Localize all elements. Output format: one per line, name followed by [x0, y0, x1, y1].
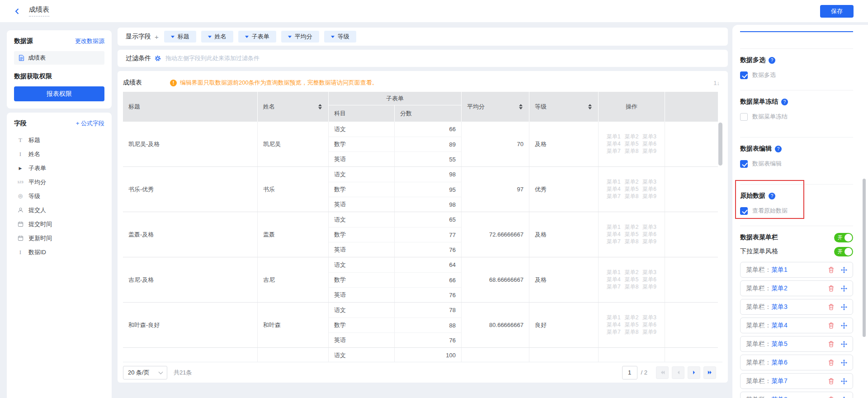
action-menu-link-菜单8[interactable]: 菜单8	[625, 148, 639, 154]
move-icon[interactable]	[841, 341, 847, 347]
save-button[interactable]: 保存	[820, 5, 854, 18]
page-size-select[interactable]: 20 条/页	[123, 366, 167, 379]
action-menu-link-菜单1[interactable]: 菜单1	[607, 179, 621, 185]
action-menu-link-菜单5[interactable]: 菜单5	[625, 322, 639, 328]
action-menu-link-菜单3[interactable]: 菜单3	[642, 224, 656, 230]
prev-page-button[interactable]	[672, 366, 684, 379]
move-icon[interactable]	[841, 285, 847, 292]
action-menu-link-菜单1[interactable]: 菜单1	[607, 134, 621, 140]
action-menu-link-菜单6[interactable]: 菜单6	[642, 232, 656, 237]
checkbox[interactable]	[740, 113, 748, 121]
action-menu-link-菜单7[interactable]: 菜单7	[607, 194, 621, 199]
action-menu-link-菜单7[interactable]: 菜单7	[607, 329, 621, 335]
action-menu-link-菜单8[interactable]: 菜单8	[625, 284, 639, 290]
action-menu-link-菜单5[interactable]: 菜单5	[625, 186, 639, 192]
trash-icon[interactable]	[828, 360, 834, 366]
last-page-button[interactable]	[703, 366, 716, 379]
action-menu-link-菜单6[interactable]: 菜单6	[642, 322, 656, 328]
checkbox[interactable]	[740, 207, 748, 215]
action-menu-link-菜单5[interactable]: 菜单5	[625, 232, 639, 237]
field-item-子表单[interactable]: ▶子表单	[14, 161, 104, 175]
field-item-提交时间[interactable]: 提交时间	[14, 217, 104, 231]
action-menu-link-菜单5[interactable]: 菜单5	[625, 141, 639, 147]
field-item-更新时间[interactable]: 更新时间	[14, 231, 104, 245]
display-field-tag-等级[interactable]: 等级	[324, 31, 356, 43]
row-sort-icon[interactable]: 1↓	[713, 80, 722, 86]
move-icon[interactable]	[841, 378, 847, 384]
trash-icon[interactable]	[828, 267, 834, 273]
change-datasource-link[interactable]: 更改数据源	[75, 37, 104, 45]
display-field-tag-平均分[interactable]: 平均分	[281, 31, 319, 43]
action-menu-link-菜单1[interactable]: 菜单1	[607, 315, 621, 321]
move-icon[interactable]	[841, 397, 847, 398]
page-number-input[interactable]	[622, 366, 637, 379]
menubar-item-link[interactable]: 菜单8	[771, 396, 788, 398]
add-formula-field-link[interactable]: + 公式字段	[76, 119, 104, 128]
menubar-item-link[interactable]: 菜单5	[771, 340, 788, 348]
move-icon[interactable]	[841, 304, 847, 310]
action-menu-link-菜单9[interactable]: 菜单9	[642, 194, 656, 199]
action-menu-link-菜单8[interactable]: 菜单8	[625, 194, 639, 199]
trash-icon[interactable]	[828, 378, 834, 384]
move-icon[interactable]	[841, 322, 847, 329]
table-scrollbar[interactable]	[718, 123, 722, 166]
trash-icon[interactable]	[828, 341, 834, 347]
field-item-姓名[interactable]: I姓名	[14, 147, 104, 161]
action-menu-link-菜单6[interactable]: 菜单6	[642, 186, 656, 192]
action-menu-link-菜单7[interactable]: 菜单7	[607, 148, 621, 154]
action-menu-link-菜单8[interactable]: 菜单8	[625, 329, 639, 335]
menubar-item-link[interactable]: 菜单3	[771, 303, 788, 311]
action-menu-link-菜单9[interactable]: 菜单9	[642, 329, 656, 335]
display-field-tag-子表单[interactable]: 子表单	[238, 31, 276, 43]
field-item-提交人[interactable]: 提交人	[14, 203, 104, 217]
action-menu-link-菜单9[interactable]: 菜单9	[642, 284, 656, 290]
display-field-tag-标题[interactable]: 标题	[164, 31, 196, 43]
action-menu-link-菜单9[interactable]: 菜单9	[642, 239, 656, 245]
multi-select-checkbox-row[interactable]: 数据多选	[740, 71, 853, 79]
add-display-field-button[interactable]: +	[155, 33, 159, 41]
move-icon[interactable]	[841, 267, 847, 273]
next-page-button[interactable]	[688, 366, 700, 379]
action-menu-link-菜单4[interactable]: 菜单4	[607, 277, 621, 283]
action-menu-link-菜单3[interactable]: 菜单3	[642, 134, 656, 140]
menu-freeze-checkbox-row[interactable]: 数据菜单冻结	[740, 113, 853, 121]
sort-icon[interactable]	[587, 102, 593, 111]
menubar-item-link[interactable]: 菜单4	[771, 322, 788, 330]
page-scrollbar[interactable]	[863, 179, 866, 337]
help-icon[interactable]: ?	[769, 57, 775, 64]
action-menu-link-菜单4[interactable]: 菜单4	[607, 141, 621, 147]
action-menu-link-菜单3[interactable]: 菜单3	[642, 315, 656, 321]
trash-icon[interactable]	[828, 285, 834, 292]
help-icon[interactable]: ?	[775, 146, 782, 152]
help-icon[interactable]: ?	[769, 193, 775, 199]
action-menu-link-菜单6[interactable]: 菜单6	[642, 141, 656, 147]
action-menu-link-菜单7[interactable]: 菜单7	[607, 239, 621, 245]
raw-data-checkbox-row[interactable]: 查看原始数据	[740, 207, 853, 215]
action-menu-link-菜单3[interactable]: 菜单3	[642, 179, 656, 185]
report-permission-button[interactable]: 报表权限	[14, 86, 104, 101]
table-edit-checkbox-row[interactable]: 数据表编辑	[740, 160, 853, 168]
action-menu-link-菜单2[interactable]: 菜单2	[625, 224, 639, 230]
trash-icon[interactable]	[828, 397, 834, 398]
move-icon[interactable]	[841, 360, 847, 366]
action-menu-link-菜单9[interactable]: 菜单9	[642, 148, 656, 154]
action-menu-link-菜单2[interactable]: 菜单2	[625, 179, 639, 185]
menubar-item-link[interactable]: 菜单6	[771, 359, 788, 367]
menubar-item-link[interactable]: 菜单7	[771, 377, 788, 385]
checkbox[interactable]	[740, 160, 748, 168]
datasource-item[interactable]: 成绩表	[14, 51, 104, 65]
field-item-等级[interactable]: ◎等级	[14, 189, 104, 203]
action-menu-link-菜单5[interactable]: 菜单5	[625, 277, 639, 283]
action-menu-link-菜单4[interactable]: 菜单4	[607, 322, 621, 328]
action-menu-link-菜单4[interactable]: 菜单4	[607, 186, 621, 192]
action-menu-link-菜单2[interactable]: 菜单2	[625, 315, 639, 321]
help-icon[interactable]: ?	[781, 99, 788, 105]
trash-icon[interactable]	[828, 304, 834, 310]
field-item-标题[interactable]: T标题	[14, 133, 104, 147]
menubar-item-link[interactable]: 菜单1	[771, 266, 788, 274]
action-menu-link-菜单2[interactable]: 菜单2	[625, 270, 639, 275]
menubar-item-link[interactable]: 菜单2	[771, 284, 788, 293]
dropdown-style-toggle-on[interactable]: 开	[834, 247, 853, 256]
sort-icon[interactable]	[518, 102, 524, 111]
back-button[interactable]	[11, 5, 24, 18]
